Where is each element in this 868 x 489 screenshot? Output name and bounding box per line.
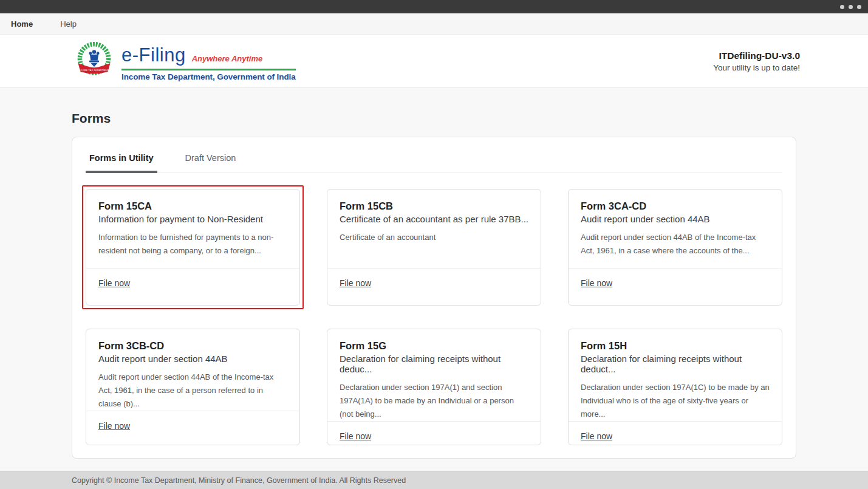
brand-tagline: Anywhere Anytime [192, 54, 263, 63]
card-subtitle: Certificate of an accountant as per rule… [340, 214, 528, 224]
card-subtitle: Information for payment to Non-Resident [98, 214, 287, 224]
form-card-15cb[interactable]: Form 15CB Certificate of an accountant a… [327, 189, 541, 306]
card-title: Form 15G [340, 340, 528, 352]
brand-name: e-Filing [121, 44, 186, 66]
tab-draft-version[interactable]: Draft Version [182, 147, 240, 173]
copyright-text: Copyright © Income Tax Department, Minis… [72, 476, 406, 485]
file-now-link[interactable]: File now [581, 278, 612, 288]
card-title: Form 15H [581, 340, 770, 352]
file-now-link[interactable]: File now [98, 421, 130, 431]
utility-version: ITDefiling-DU-v3.0 [713, 50, 800, 61]
version-info: ITDefiling-DU-v3.0 Your utility is up to… [713, 50, 800, 72]
card-description: Audit report under section 44AB of the I… [581, 231, 770, 258]
file-now-link[interactable]: File now [581, 431, 612, 441]
card-description: Information to be furnished for payments… [98, 231, 287, 258]
footer: Copyright © Income Tax Department, Minis… [0, 471, 868, 489]
window-titlebar [0, 0, 868, 13]
income-tax-emblem-icon: INCOME TAX DEPARTMENT [74, 41, 114, 81]
file-now-link[interactable]: File now [98, 278, 130, 288]
card-description: Certificate of an accountant [340, 231, 528, 244]
form-card-15h[interactable]: Form 15H Declaration for claiming receip… [568, 329, 782, 445]
window-control-dot-icon[interactable] [857, 5, 861, 9]
card-subtitle: Audit report under section 44AB [98, 354, 287, 364]
utility-status: Your utility is up to date! [713, 63, 800, 72]
card-subtitle: Declaration for claiming receipts withou… [340, 354, 528, 374]
main-content: Forms Forms in Utility Draft Version For… [0, 88, 868, 471]
efiling-logo: INCOME TAX DEPARTMENT e-Filing Anywhere … [74, 41, 296, 81]
tab-forms-in-utility[interactable]: Forms in Utility [86, 147, 157, 173]
forms-panel: Forms in Utility Draft Version Form 15CA… [72, 137, 796, 459]
page-title: Forms [72, 111, 796, 126]
menu-item-help[interactable]: Help [60, 19, 77, 29]
emblem-ribbon-text: INCOME TAX DEPARTMENT [78, 69, 111, 71]
window-control-dot-icon[interactable] [849, 5, 853, 9]
form-card-3cb-cd[interactable]: Form 3CB-CD Audit report under section 4… [86, 329, 300, 445]
form-card-3ca-cd[interactable]: Form 3CA-CD Audit report under section 4… [568, 189, 782, 306]
card-title: Form 3CB-CD [98, 340, 287, 352]
card-description: Audit report under section 44AB of the I… [98, 371, 287, 411]
brand-block: e-Filing Anywhere Anytime Income Tax Dep… [121, 41, 296, 81]
app-header: INCOME TAX DEPARTMENT e-Filing Anywhere … [0, 35, 868, 88]
form-cards-grid: Form 15CA Information for payment to Non… [86, 189, 782, 445]
brand-subtitle: Income Tax Department, Government of Ind… [121, 69, 296, 81]
card-subtitle: Declaration for claiming receipts withou… [581, 354, 770, 374]
tab-bar: Forms in Utility Draft Version [86, 137, 782, 173]
file-now-link[interactable]: File now [340, 278, 371, 288]
menu-bar: Home Help [0, 13, 868, 35]
card-description: Declaration under section 197A(1C) to be… [581, 381, 770, 421]
card-title: Form 15CB [340, 200, 528, 212]
card-subtitle: Audit report under section 44AB [581, 214, 770, 224]
file-now-link[interactable]: File now [340, 431, 371, 441]
card-title: Form 3CA-CD [581, 200, 770, 212]
window-control-dot-icon[interactable] [840, 5, 844, 9]
card-title: Form 15CA [98, 200, 287, 212]
menu-item-home[interactable]: Home [11, 19, 33, 29]
form-card-15g[interactable]: Form 15G Declaration for claiming receip… [327, 329, 541, 445]
form-card-15ca[interactable]: Form 15CA Information for payment to Non… [86, 189, 300, 306]
card-description: Declaration under section 197A(1) and se… [340, 381, 528, 421]
